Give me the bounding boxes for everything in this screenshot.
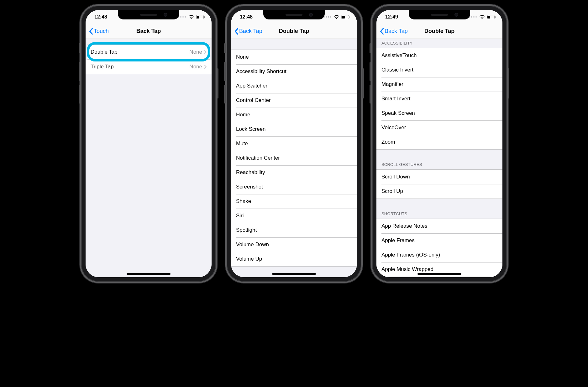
phone-frame: 12:49 Back Tap Double Tap ACCESSIBILITYA… — [372, 6, 507, 282]
svg-rect-2 — [204, 16, 205, 18]
row-label: Scroll Up — [381, 188, 497, 194]
row-label: Siri — [236, 213, 352, 219]
list-row[interactable]: Shake — [231, 194, 357, 209]
power-button[interactable] — [217, 68, 218, 98]
group-header: SHORTCUTS — [376, 209, 502, 219]
back-button[interactable]: Touch — [89, 28, 109, 35]
list-row[interactable]: Zoom — [376, 135, 502, 149]
row-label: Home — [236, 112, 352, 118]
home-indicator[interactable] — [127, 273, 171, 275]
silence-switch[interactable] — [370, 43, 371, 53]
row-label: Scroll Down — [381, 174, 497, 180]
wifi-icon — [479, 15, 485, 19]
list-row[interactable]: Apple Frames (iOS-only) — [376, 248, 502, 262]
volume-down-button[interactable] — [224, 85, 226, 103]
home-indicator[interactable] — [417, 273, 461, 275]
settings-list: Double Tap None Triple Tap None — [86, 39, 212, 277]
list-row[interactable]: App Switcher — [231, 79, 357, 93]
list-row[interactable]: Screenshot — [231, 180, 357, 194]
list-row[interactable]: Speak Screen — [376, 106, 502, 120]
chevron-left-icon — [234, 28, 239, 35]
list-group: ACCESSIBILITYAssistiveTouchClassic Inver… — [376, 39, 502, 150]
list-row[interactable]: Magnifier — [376, 77, 502, 92]
power-button[interactable] — [362, 68, 364, 98]
list-row[interactable]: Control Center — [231, 93, 357, 108]
row-label: Volume Up — [236, 256, 352, 262]
list-row[interactable]: Reachability — [231, 165, 357, 180]
row-value: None — [189, 49, 202, 55]
home-indicator[interactable] — [272, 273, 316, 275]
svg-rect-1 — [197, 16, 199, 19]
row-label: Zoom — [381, 139, 497, 145]
row-label: Smart Invert — [381, 96, 497, 102]
row-label: Apple Music Wrapped — [381, 266, 497, 273]
back-label: Back Tap — [239, 28, 262, 34]
volume-up-button[interactable] — [79, 62, 80, 81]
row-label: Volume Down — [236, 241, 352, 248]
list-row[interactable]: Volume Down — [231, 237, 357, 252]
row-value: None — [189, 64, 202, 70]
volume-down-button[interactable] — [370, 85, 371, 103]
list-row[interactable]: Siri — [231, 209, 357, 223]
list-row[interactable]: App Release Notes — [376, 219, 502, 233]
nav-bar: Back Tap Double Tap — [231, 24, 357, 39]
svg-rect-4 — [342, 16, 345, 19]
row-label: Magnifier — [381, 81, 497, 87]
list-row[interactable]: Apple Frames — [376, 233, 502, 248]
list-row[interactable]: Scroll Down — [376, 170, 502, 184]
list-group: SCROLL GESTURESScroll DownScroll Up — [376, 160, 502, 199]
group-header: SCROLL GESTURES — [376, 160, 502, 169]
list-row[interactable]: Volume Up — [231, 252, 357, 266]
list-row[interactable]: VoiceOver — [376, 120, 502, 135]
row-label: Screenshot — [236, 184, 352, 190]
battery-icon — [487, 15, 496, 19]
row-triple-tap[interactable]: Triple Tap None — [86, 60, 212, 74]
list-group: SHORTCUTSApp Release NotesApple FramesAp… — [376, 209, 502, 277]
list-row[interactable]: Spotlight — [231, 223, 357, 237]
silence-switch[interactable] — [224, 43, 226, 53]
nav-bar: Touch Back Tap — [86, 24, 212, 39]
list-row[interactable]: Mute — [231, 136, 357, 151]
list-row[interactable]: AssistiveTouch — [376, 48, 502, 63]
row-label: Apple Frames — [381, 237, 497, 244]
chevron-right-icon — [204, 65, 207, 69]
row-label: Spotlight — [236, 227, 352, 233]
silence-switch[interactable] — [79, 43, 80, 53]
list-row[interactable]: Classic Invert — [376, 63, 502, 77]
chevron-right-icon — [204, 50, 207, 54]
row-label: Speak Screen — [381, 110, 497, 116]
volume-up-button[interactable] — [370, 62, 371, 81]
wifi-icon — [188, 15, 194, 19]
row-label: App Release Notes — [381, 223, 497, 229]
settings-list[interactable]: ACCESSIBILITYAssistiveTouchClassic Inver… — [376, 39, 502, 277]
volume-down-button[interactable] — [79, 85, 80, 103]
row-label: Classic Invert — [381, 67, 497, 73]
list-row[interactable]: Accessibility Shortcut — [231, 64, 357, 79]
list-row[interactable]: Scroll Up — [376, 184, 502, 199]
row-label: VoiceOver — [381, 125, 497, 131]
list-row[interactable]: Lock Screen — [231, 122, 357, 136]
row-label: Notification Center — [236, 155, 352, 161]
volume-up-button[interactable] — [224, 62, 226, 81]
svg-rect-8 — [495, 16, 496, 18]
screen: 12:48 Back Tap Double Tap NoneAccessibil… — [231, 10, 357, 277]
list-row[interactable]: Smart Invert — [376, 92, 502, 106]
list-row[interactable]: Notification Center — [231, 151, 357, 165]
notch — [409, 10, 470, 19]
settings-list[interactable]: NoneAccessibility ShortcutApp SwitcherCo… — [231, 39, 357, 277]
power-button[interactable] — [508, 68, 509, 98]
back-button[interactable]: Back Tap — [380, 28, 408, 35]
chevron-left-icon — [89, 28, 93, 35]
list-row[interactable]: None — [231, 50, 357, 64]
row-label: Apple Frames (iOS-only) — [381, 252, 497, 258]
list-row[interactable]: Home — [231, 108, 357, 122]
status-time: 12:49 — [385, 14, 398, 20]
back-label: Back Tap — [385, 28, 408, 34]
svg-rect-7 — [487, 16, 490, 19]
back-button[interactable]: Back Tap — [234, 28, 262, 35]
row-label: AssistiveTouch — [381, 52, 497, 59]
status-time: 12:48 — [94, 14, 107, 20]
phone-frame: 12:48 Touch Back Tap Double Tap None — [81, 6, 216, 282]
row-label: Accessibility Shortcut — [236, 68, 352, 75]
row-double-tap[interactable]: Double Tap None — [87, 45, 210, 59]
